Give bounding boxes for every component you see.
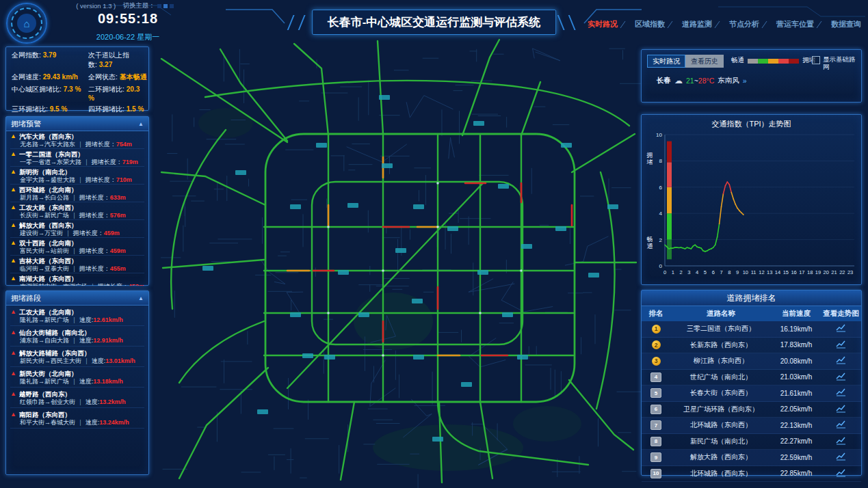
nav-item-1[interactable]: 实时路况 [588, 19, 618, 29]
svg-text:4: 4 [659, 211, 663, 217]
date: 2020-06-22 星期一 [63, 32, 193, 42]
left-chevron-icon [298, 15, 311, 30]
ranking-row[interactable]: 8新民广场（南向北）22.27km/h [642, 434, 861, 450]
warning-triangle-icon: ▲ [10, 257, 16, 265]
rank-badge: 6 [650, 405, 661, 414]
warning-item[interactable]: ▲新明街（南向北）金宇大路→盛世大路｜拥堵长度：710m [10, 167, 144, 185]
theme-swatch-icon[interactable] [163, 4, 168, 8]
ranking-column-header: 当前速度 [772, 309, 821, 318]
trend-chart-icon[interactable] [836, 405, 846, 414]
version-label: ( version 1.3 ) [76, 2, 116, 10]
ranking-row[interactable]: 10北环城路（西向东）22.85km/h [642, 466, 861, 483]
warning-item[interactable]: ▲南湖大路（东向西）南湖新村中街→南湖广场｜拥堵长度：453m [10, 273, 144, 286]
ranking-column-header: 查看走势图 [821, 309, 861, 318]
ranking-row[interactable]: 3柳江路（东向西）20.08km/h [642, 353, 861, 370]
current-speed: 21.03km/h [772, 373, 821, 381]
nav-item-4[interactable]: 节点分析 [729, 19, 759, 29]
alert-triangle-icon: ▲ [10, 390, 16, 398]
congestion-item[interactable]: ▲南阳路（东向西）和平大街→春城大街｜速度:13.24km/h [10, 408, 144, 429]
legend-swatch-icon [789, 59, 799, 64]
warning-item[interactable]: ▲吉林大路（东向西）临河街→亚泰大街｜拥堵长度：455m [10, 256, 144, 273]
svg-text:7: 7 [720, 269, 722, 275]
warning-triangle-icon: ▲ [10, 133, 16, 140]
warning-item[interactable]: ▲双十西路（北向南）富民大街→站前街｜拥堵长度：459m [10, 238, 144, 256]
nav-item-6[interactable]: 数据查询 [831, 19, 861, 29]
warning-item[interactable]: ▲工农大路（东向西）长庆街→新民广场｜拥堵长度：576m [10, 202, 144, 220]
collapse-arrow-icon[interactable]: ▲ [138, 295, 144, 301]
road-name: 卫星广场环路（西向东） [670, 405, 772, 414]
congestion-item[interactable]: ▲越野路（西向东）红领巾路→创业大街｜速度:13.2km/h [10, 388, 144, 408]
checkbox-icon[interactable] [812, 56, 820, 64]
congestion-item[interactable]: ▲新民大街（北向南）隆礼路→新民广场｜速度:13.18km/h [10, 367, 144, 388]
trend-chart-icon[interactable] [836, 388, 846, 398]
nav-separator [667, 21, 679, 28]
temp-high: 28°C [698, 77, 714, 85]
warning-item[interactable]: ▲汽车大路（西向东）无名路→汽车大路东｜拥堵长度：754m [10, 131, 144, 149]
legend-swatches [748, 54, 799, 66]
svg-text:22: 22 [839, 269, 845, 275]
svg-text:4: 4 [696, 269, 698, 275]
svg-text:10: 10 [743, 269, 748, 275]
svg-text:17: 17 [799, 269, 804, 275]
realtime-tab[interactable]: 实时路况 [647, 55, 685, 68]
ranking-row[interactable]: 4世纪广场（南向北）21.03km/h [642, 370, 861, 386]
current-speed: 22.13km/h [772, 422, 821, 429]
congestion-item[interactable]: ▲工农大路（北向南）隆礼路→新民广场｜速度:12.61km/h [10, 306, 144, 326]
ranking-row[interactable]: 7北环城路（东向西）22.13km/h [642, 418, 861, 434]
trend-chart-icon[interactable] [836, 324, 846, 334]
theme-swatch-icon[interactable] [170, 4, 174, 8]
collapse-arrow-icon[interactable]: ▲ [138, 121, 144, 127]
ranking-row[interactable]: 5长春大街（东向西）21.61km/h [642, 385, 861, 402]
svg-text:13: 13 [767, 269, 772, 275]
ranking-row[interactable]: 1三零二国道（东向西）16.19km/h [642, 321, 861, 338]
weather-more-link[interactable]: » [743, 77, 747, 85]
theme-swatch-icon[interactable] [157, 4, 161, 8]
theme-switcher[interactable]: 切换主题： [122, 1, 180, 10]
history-tab[interactable]: 查看历史 [685, 55, 724, 68]
left-chevron-icon [287, 15, 300, 30]
trend-chart-icon[interactable] [836, 340, 846, 350]
warning-triangle-icon: ▲ [10, 239, 16, 247]
nav-item-2[interactable]: 区域指数 [635, 19, 665, 29]
stat-item: 二环拥堵比:20.3 % [88, 85, 147, 102]
congestion-item[interactable]: ▲仙台大街辅路（南向北）浦东路→自由大路｜速度:12.91km/h [10, 326, 144, 347]
weather-icon: ☁ [674, 76, 683, 85]
trend-chart-icon[interactable] [836, 420, 846, 430]
road-name: 柳江路（东向西） [670, 356, 772, 366]
rank-badge: 8 [650, 437, 661, 446]
warning-item[interactable]: ▲一零二国道（东向西）一零一省道→东荣大路｜拥堵长度：719m [10, 149, 144, 167]
theme-swatch-icon[interactable] [176, 4, 180, 8]
trend-chart-icon[interactable] [836, 356, 846, 366]
warning-item[interactable]: ▲西环城路（北向南）新月路→长白公路｜拥堵长度：633m [10, 185, 144, 202]
current-speed: 20.08km/h [772, 357, 821, 365]
nav-item-5[interactable]: 营运车位置 [776, 19, 814, 29]
trend-chart-icon[interactable] [836, 452, 846, 462]
trend-chart-icon[interactable] [836, 469, 846, 478]
warning-triangle-icon: ▲ [10, 168, 16, 176]
show-basemap-checkbox[interactable]: 显示基础路网 [812, 55, 857, 70]
ranking-row[interactable]: 9解放大路（西向东）22.59km/h [642, 450, 861, 466]
nav-item-3[interactable]: 道路监测 [682, 19, 712, 29]
trend-chart-icon[interactable] [836, 437, 846, 446]
svg-text:5: 5 [704, 269, 707, 275]
nav-separator [714, 21, 726, 28]
congestion-warning-panel: 拥堵预警 ▲ ▲汽车大路（西向东）无名路→汽车大路东｜拥堵长度：754m▲一零二… [5, 116, 149, 286]
main-nav: 实时路况区域指数道路监测节点分析营运车位置数据查询 [588, 19, 861, 29]
home-icon: ⌂ [17, 14, 36, 33]
current-speed: 22.05km/h [772, 405, 821, 413]
congestion-item[interactable]: ▲解放大路辅路（东向西）新民大街→西民主大街｜速度:13.01km/h [10, 347, 144, 367]
ranking-row[interactable]: 2长新东路（西向东）17.83km/h [642, 338, 861, 354]
road-name: 新民广场（南向北） [670, 437, 772, 446]
home-button[interactable]: ⌂ [6, 3, 47, 44]
svg-text:0: 0 [663, 269, 666, 275]
wind-label: 东南风 [718, 76, 739, 85]
svg-text:畅: 畅 [647, 236, 653, 243]
legend-swatch-icon [778, 59, 789, 64]
svg-text:16: 16 [791, 269, 796, 275]
trend-chart-icon[interactable] [836, 372, 846, 382]
stat-item: 次干道以上指数:3.27 [88, 51, 147, 70]
congested-sections-panel: 拥堵路段 ▲ ▲工农大路（北向南）隆礼路→新民广场｜速度:12.61km/h▲仙… [5, 290, 149, 475]
warning-item[interactable]: ▲解放大路（西向东）建设街→万宝街｜拥堵长度：459m [10, 220, 144, 238]
alert-triangle-icon: ▲ [10, 411, 16, 418]
ranking-row[interactable]: 6卫星广场环路（西向东）22.05km/h [642, 402, 861, 418]
